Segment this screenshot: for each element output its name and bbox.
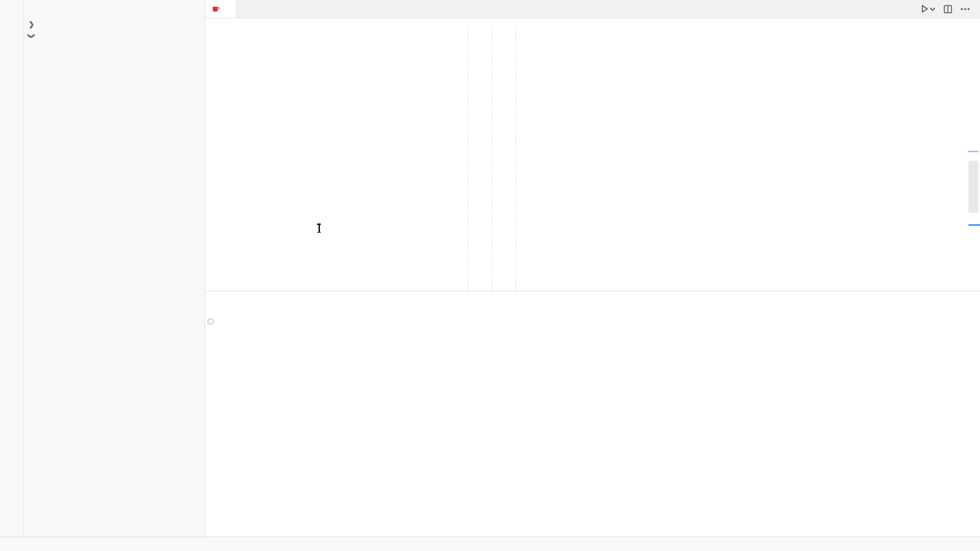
panel-tab-bar [205,292,980,308]
tab-bar: ⋯ [205,0,980,18]
activity-bar [0,0,24,537]
status-bar [0,536,980,551]
split-editor-icon[interactable] [943,5,952,14]
java-file-icon [211,5,220,13]
breadcrumb [205,18,980,30]
chevron-down-icon: ❯ [28,31,35,41]
workspace-root-section[interactable]: ❯ [24,30,204,41]
editor-actions: ⋯ [912,0,980,18]
chevron-right-icon: ❯ [27,21,36,28]
bottom-panel [205,291,980,538]
vscode-window: ❯ ❯ ⋯ [0,0,980,551]
editor-scrollbar[interactable] [969,161,978,213]
editor-group: ⋯ [205,0,980,291]
more-actions-icon[interactable]: ⋯ [960,3,971,15]
command-decoration-icon [207,318,214,324]
mouse-ibeam-cursor [316,223,322,233]
sidebar-header [24,0,204,18]
overview-cursor-mark [969,224,980,226]
code-area[interactable] [205,29,907,291]
explorer-sidebar: ❯ ❯ [24,0,205,537]
minimap[interactable] [908,29,966,259]
overview-modified-mark [968,151,978,152]
run-button[interactable] [920,4,936,14]
open-editors-section[interactable]: ❯ [24,18,204,30]
terminal[interactable] [205,308,980,315]
tab-binary-search-tree[interactable] [205,0,237,18]
